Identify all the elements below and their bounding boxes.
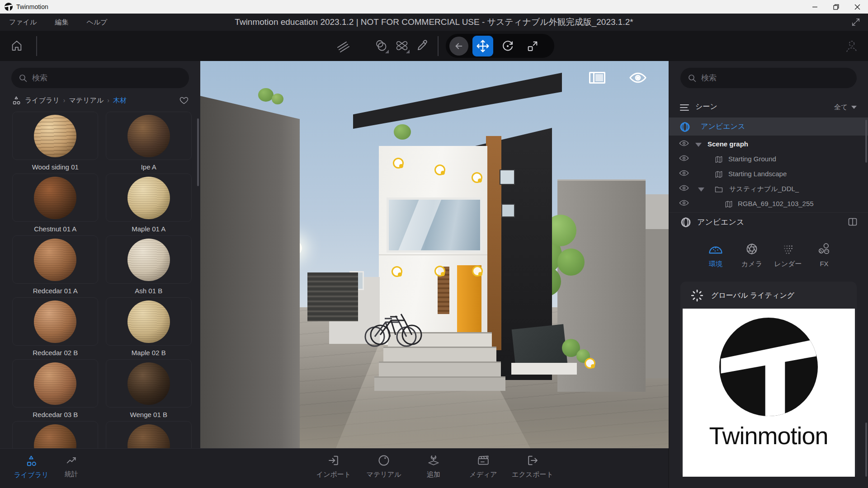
favorites-heart-icon[interactable] xyxy=(179,95,189,105)
viewport-visibility-eye-icon[interactable] xyxy=(629,72,647,84)
action-export-label: エクスポート xyxy=(505,470,560,479)
breadcrumb-library[interactable]: ライブラリ xyxy=(25,96,60,105)
scene-window-small xyxy=(500,169,515,185)
material-item[interactable]: Redcedar 03 B xyxy=(10,359,101,421)
scene-filter-label: 全て xyxy=(834,103,848,112)
twinmotion-logo-icon xyxy=(5,3,13,11)
library-search-input[interactable] xyxy=(32,74,182,83)
tab-fx[interactable]: FX xyxy=(805,243,843,267)
panel-split-icon[interactable] xyxy=(847,216,858,227)
bottom-bar: ライブラリ 統計 インポート マテリアル xyxy=(0,448,669,488)
visibility-eye-icon[interactable] xyxy=(679,155,689,162)
scene-filter-dropdown[interactable]: 全て xyxy=(834,103,857,112)
action-material[interactable]: マテリアル xyxy=(357,454,411,479)
light-marker[interactable] xyxy=(392,266,402,277)
user-account-icon[interactable] xyxy=(844,39,859,53)
breadcrumb-wood[interactable]: 木材 xyxy=(113,96,127,105)
light-marker[interactable] xyxy=(585,358,595,369)
light-marker[interactable] xyxy=(434,266,445,277)
menu-file[interactable]: ファイル xyxy=(0,14,46,31)
visibility-eye-icon[interactable] xyxy=(679,169,689,177)
tree-row-scene-graph[interactable]: Scene graph xyxy=(669,137,868,152)
tab-statistics[interactable]: 統計 xyxy=(51,455,92,479)
material-item[interactable] xyxy=(104,421,194,448)
material-item[interactable]: Redcedar 02 B xyxy=(10,297,101,359)
scene-house-seam xyxy=(379,254,487,255)
material-item[interactable]: Redcedar 01 A xyxy=(10,235,101,297)
action-material-label: マテリアル xyxy=(357,470,411,479)
eyedropper-button[interactable] xyxy=(416,38,429,52)
menu-help[interactable]: ヘルプ xyxy=(77,14,116,31)
material-item[interactable]: Wenge 01 B xyxy=(104,359,194,421)
tree-row-starting-landscape[interactable]: Starting Landscape xyxy=(669,167,868,182)
material-item[interactable]: Wood siding 01 xyxy=(10,112,101,174)
visibility-eye-icon[interactable] xyxy=(679,199,689,206)
library-scrollbar[interactable] xyxy=(197,118,199,186)
breadcrumb-materials[interactable]: マテリアル xyxy=(69,96,104,105)
undo-back-button[interactable] xyxy=(449,37,468,56)
viewport-panel-toggle-icon[interactable] xyxy=(589,72,605,84)
global-lighting-header[interactable]: グローバル ライティング xyxy=(680,282,857,309)
expand-triangle-icon[interactable] xyxy=(695,143,702,147)
properties-scrollbar[interactable] xyxy=(865,422,867,477)
tab-render[interactable]: レンダー xyxy=(769,243,807,268)
scale-tool-button[interactable] xyxy=(522,36,543,56)
selection-tool-dropdown[interactable] xyxy=(385,50,389,53)
light-marker[interactable] xyxy=(393,158,404,169)
light-marker[interactable] xyxy=(472,266,483,277)
document-title: Twinmotion education 2023.1.2 | NOT FOR … xyxy=(235,14,633,31)
material-item[interactable]: Maple 02 B xyxy=(104,297,194,359)
material-item[interactable] xyxy=(10,421,101,448)
scene-list-icon[interactable] xyxy=(679,103,690,113)
expand-window-icon[interactable] xyxy=(851,17,861,27)
sun-burst-icon xyxy=(690,289,704,302)
tab-library[interactable]: ライブラリ xyxy=(11,455,52,479)
material-grid: Wood siding 01 Ipe A Chestnut 01 A Maple… xyxy=(10,112,194,448)
tree-row-rgba[interactable]: RGBA_69_102_103_255 xyxy=(669,197,868,211)
toolbar xyxy=(0,31,868,61)
tree-row-sustainable-ddl[interactable]: サスティナブル_DDL_ xyxy=(669,182,868,197)
minimize-button[interactable] xyxy=(804,0,826,14)
visibility-eye-icon[interactable] xyxy=(679,140,689,147)
statistics-icon xyxy=(51,455,92,466)
viewport-3d[interactable] xyxy=(200,61,669,448)
light-marker[interactable] xyxy=(472,172,482,183)
tree-label: Starting Landscape xyxy=(728,170,787,178)
visibility-eye-icon[interactable] xyxy=(679,184,689,192)
material-item[interactable]: Ash 01 B xyxy=(104,235,194,297)
rotate-tool-button[interactable] xyxy=(497,36,518,56)
restore-button[interactable] xyxy=(826,0,847,14)
scene-search[interactable] xyxy=(680,68,857,88)
tree-row-starting-ground[interactable]: Starting Ground xyxy=(669,152,868,167)
tab-camera[interactable]: カメラ xyxy=(733,243,771,268)
material-item[interactable]: Ipe A xyxy=(104,112,194,174)
material-item[interactable]: Chestnut 01 A xyxy=(10,174,101,235)
tab-library-label: ライブラリ xyxy=(11,471,52,479)
material-name: Maple 02 B xyxy=(132,349,166,357)
action-media[interactable]: メディア xyxy=(456,454,510,479)
layers-lines-icon[interactable] xyxy=(335,39,351,53)
home-button[interactable] xyxy=(10,39,24,52)
light-marker[interactable] xyxy=(434,164,445,175)
action-add[interactable]: 追加 xyxy=(406,454,461,479)
menu-edit[interactable]: 編集 xyxy=(46,14,77,31)
tab-environment[interactable]: 環境 xyxy=(697,243,735,268)
material-sphere xyxy=(34,115,76,157)
scene-wood-column xyxy=(486,136,501,350)
toolbar-separator xyxy=(36,36,37,56)
tree-row-ambience[interactable]: アンビエンス xyxy=(669,117,868,136)
expand-triangle-icon[interactable] xyxy=(698,188,704,192)
material-item[interactable]: Maple 01 A xyxy=(104,174,194,235)
path-tool-dropdown[interactable] xyxy=(406,50,410,53)
move-tool-button[interactable] xyxy=(472,36,493,56)
library-search[interactable] xyxy=(11,68,189,88)
scene-header: シーン 全て xyxy=(669,100,868,115)
scene-tree-scrollbar[interactable] xyxy=(865,120,867,163)
action-export[interactable]: エクスポート xyxy=(505,454,560,479)
lighting-preview-thumbnail[interactable]: Twinmotion xyxy=(683,309,855,477)
geometry-icon xyxy=(714,155,723,164)
app-title: Twinmotion xyxy=(16,3,48,10)
scene-search-input[interactable] xyxy=(701,74,849,83)
action-import[interactable]: インポート xyxy=(307,454,361,479)
close-button[interactable] xyxy=(847,0,868,14)
